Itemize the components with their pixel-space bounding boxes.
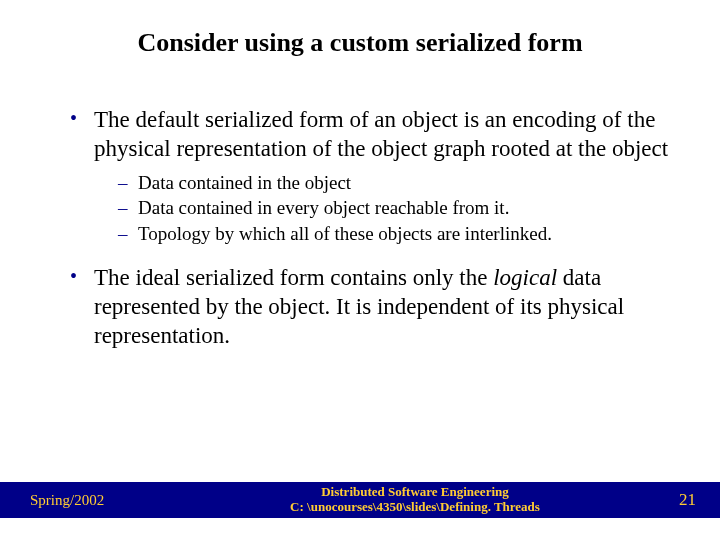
bullet-2-em: logical xyxy=(493,265,557,290)
slide-title: Consider using a custom serialized form xyxy=(0,0,720,58)
bullet-2: The ideal serialized form contains only … xyxy=(70,264,672,350)
footer-page-number: 21 xyxy=(650,490,720,510)
sub-item-1: Data contained in the object xyxy=(118,170,672,196)
footer-date: Spring/2002 xyxy=(0,492,180,509)
sub-list: Data contained in the object Data contai… xyxy=(94,170,672,247)
slide-content: The default serialized form of an object… xyxy=(0,58,720,351)
footer-center: Distributed Software Engineering C: \uno… xyxy=(180,485,650,515)
slide-footer: Spring/2002 Distributed Software Enginee… xyxy=(0,482,720,518)
footer-path: C: \unocourses\4350\slides\Defining. Thr… xyxy=(180,500,650,515)
footer-course: Distributed Software Engineering xyxy=(180,485,650,500)
bullet-1-text: The default serialized form of an object… xyxy=(94,107,668,161)
bullet-2-pre: The ideal serialized form contains only … xyxy=(94,265,493,290)
bullet-1: The default serialized form of an object… xyxy=(70,106,672,246)
sub-item-2: Data contained in every object reachable… xyxy=(118,195,672,221)
sub-item-3: Topology by which all of these objects a… xyxy=(118,221,672,247)
